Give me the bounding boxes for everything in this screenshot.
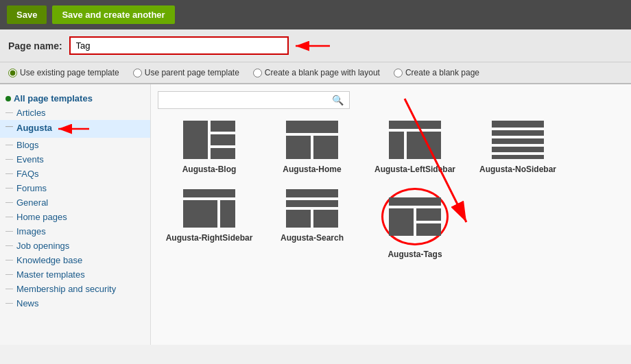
- page-name-label: Page name:: [8, 40, 62, 51]
- svg-rect-23: [286, 200, 338, 207]
- template-item-leftsidebar[interactable]: Augusta-LeftSidebar: [370, 119, 460, 174]
- svg-rect-25: [313, 210, 338, 228]
- svg-rect-12: [389, 132, 404, 159]
- svg-rect-4: [183, 121, 208, 159]
- page-name-row: Page name:: [0, 29, 631, 62]
- template-item-nosidebar[interactable]: Augusta-NoSidebar: [473, 119, 562, 174]
- sidebar-item-blogs[interactable]: Blogs: [0, 138, 150, 152]
- radio-parent-template[interactable]: Use parent page template: [133, 68, 239, 77]
- radio-row: Use existing page template Use parent pa…: [0, 62, 631, 84]
- svg-rect-21: [220, 200, 235, 228]
- svg-rect-16: [492, 138, 544, 144]
- svg-rect-9: [286, 136, 311, 159]
- svg-rect-10: [313, 136, 338, 159]
- svg-rect-18: [492, 155, 544, 159]
- svg-rect-19: [183, 189, 235, 197]
- svg-rect-24: [286, 210, 311, 228]
- svg-rect-13: [407, 132, 441, 159]
- sidebar-item-images[interactable]: Images: [0, 224, 150, 239]
- svg-rect-17: [492, 147, 544, 152]
- toolbar: Save Save and create another: [0, 0, 631, 29]
- sidebar-item-job-openings[interactable]: Job openings: [0, 239, 150, 253]
- sidebar-item-augusta[interactable]: Augusta: [0, 120, 150, 138]
- radio-blank-page[interactable]: Create a blank page: [394, 68, 479, 77]
- search-icon: 🔍: [332, 95, 344, 106]
- page-name-input[interactable]: [69, 36, 289, 55]
- svg-rect-8: [286, 121, 338, 133]
- sidebar-item-home-pages[interactable]: Home pages: [0, 210, 150, 224]
- template-item-tags[interactable]: Augusta-Tags: [370, 188, 460, 259]
- arrow-annotation-pagename: [292, 38, 333, 54]
- template-item-search[interactable]: Augusta-Search: [267, 188, 357, 259]
- svg-rect-6: [211, 134, 235, 145]
- template-label: Augusta-Blog: [182, 165, 237, 174]
- radio-blank-layout[interactable]: Create a blank page with layout: [253, 68, 380, 77]
- template-search-bar[interactable]: 🔍: [158, 91, 350, 109]
- sidebar-item-forums[interactable]: Forums: [0, 181, 150, 195]
- svg-rect-22: [286, 189, 338, 197]
- template-label: Augusta-RightSidebar: [166, 233, 253, 243]
- svg-rect-28: [416, 208, 441, 221]
- sidebar-items: ArticlesAugusta BlogsEventsFAQsForumsGen…: [0, 106, 150, 311]
- sidebar-item-membership-and-security[interactable]: Membership and security: [0, 282, 150, 296]
- svg-rect-5: [211, 121, 235, 132]
- template-item-blog[interactable]: Augusta-Blog: [165, 119, 254, 174]
- template-label: Augusta-Home: [283, 165, 341, 174]
- template-label: Augusta-LeftSidebar: [374, 165, 455, 174]
- svg-rect-20: [183, 200, 217, 228]
- sidebar-item-all-templates[interactable]: All page templates: [0, 91, 150, 106]
- sidebar-item-articles[interactable]: Articles: [0, 106, 150, 120]
- radio-existing-template[interactable]: Use existing page template: [8, 68, 119, 77]
- sidebar-item-news[interactable]: News: [0, 296, 150, 311]
- red-circle: [381, 188, 449, 245]
- save-and-create-another-button[interactable]: Save and create another: [52, 5, 174, 24]
- svg-rect-27: [389, 208, 414, 236]
- svg-rect-26: [389, 197, 441, 206]
- template-label: Augusta-Search: [281, 233, 344, 243]
- save-button[interactable]: Save: [7, 5, 47, 24]
- svg-rect-29: [416, 223, 441, 236]
- page-name-input-wrapper: [69, 36, 289, 55]
- dot-icon: [5, 96, 11, 101]
- template-label: Augusta-Tags: [388, 250, 442, 259]
- arrow-icon: [55, 122, 93, 136]
- svg-rect-11: [389, 121, 441, 129]
- sidebar: All page templates ArticlesAugusta Blogs…: [0, 84, 151, 345]
- sidebar-item-events[interactable]: Events: [0, 152, 150, 167]
- template-item-rightsidebar[interactable]: Augusta-RightSidebar: [165, 188, 254, 259]
- main-content: All page templates ArticlesAugusta Blogs…: [0, 84, 631, 345]
- svg-rect-15: [492, 130, 544, 136]
- sidebar-item-general[interactable]: General: [0, 195, 150, 210]
- template-area: 🔍 Augusta-Blog Augusta-Home Augusta: [151, 84, 631, 345]
- sidebar-item-knowledge-base[interactable]: Knowledge base: [0, 253, 150, 267]
- template-label: Augusta-NoSidebar: [479, 165, 556, 174]
- sidebar-item-faqs[interactable]: FAQs: [0, 167, 150, 181]
- template-item-home[interactable]: Augusta-Home: [267, 119, 357, 174]
- template-grid: Augusta-Blog Augusta-Home Augusta-LeftSi…: [158, 119, 624, 259]
- sidebar-item-master-templates[interactable]: Master templates: [0, 267, 150, 282]
- template-search-input[interactable]: [164, 95, 332, 106]
- template-grid-wrapper: Augusta-Blog Augusta-Home Augusta-LeftSi…: [158, 119, 624, 259]
- svg-rect-14: [492, 121, 544, 128]
- svg-rect-7: [211, 148, 235, 159]
- template-highlighted-wrapper: Augusta-Tags: [381, 188, 449, 259]
